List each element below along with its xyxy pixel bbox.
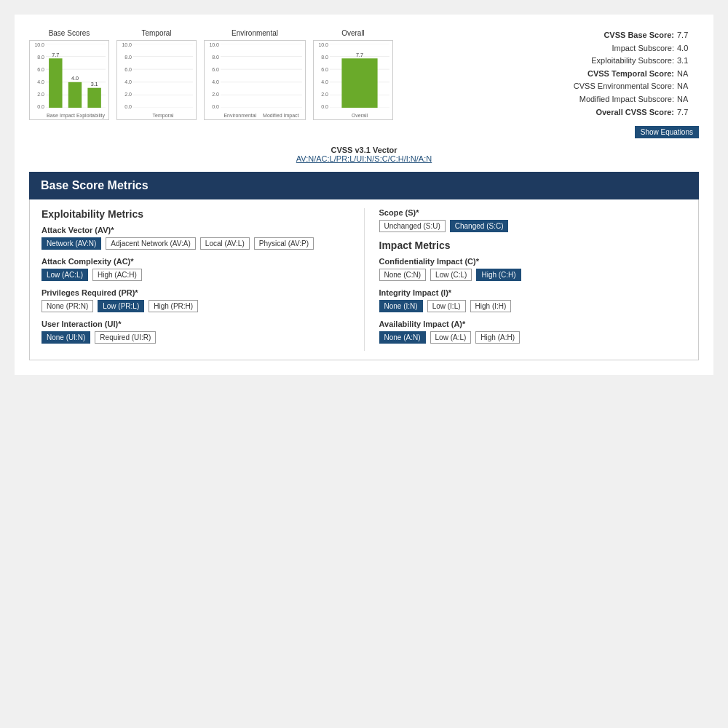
ci-high-btn[interactable]: High (C:H): [476, 269, 521, 281]
confidentiality-impact-label: Confidentiality Impact (C)*: [379, 257, 687, 266]
cvss-vector-string[interactable]: AV:N/AC:L/PR:L/UI:N/S:C/C:H/I:N/A:N: [29, 154, 699, 163]
availability-impact-options: None (A:N) Low (A:L) High (A:H): [379, 331, 687, 344]
pr-low-btn[interactable]: Low (PR:L): [98, 300, 144, 312]
page-wrapper: Base Scores 10.0 8.0 6.0 4.0 2.0 0.0: [15, 15, 713, 375]
av-adjacent-btn[interactable]: Adjacent Network (AV:A): [106, 237, 195, 250]
ii-high-btn[interactable]: High (I:H): [470, 300, 512, 312]
ai-low-btn[interactable]: Low (A:L): [430, 331, 472, 344]
environmental-svg: [221, 44, 302, 108]
overall-svg: 7.7: [330, 44, 389, 108]
ai-high-btn[interactable]: High (A:H): [475, 331, 520, 344]
user-interaction-options: None (UI:N) Required (UI:R): [41, 331, 349, 344]
user-interaction-group: User Interaction (UI)* None (UI:N) Requi…: [41, 320, 349, 344]
temporal-chart: Temporal 10.0 8.0 6.0 4.0 2.0 0.0: [116, 29, 197, 120]
exploitability-subscore-value: 3.1: [677, 55, 699, 68]
temporal-title: Temporal: [141, 29, 171, 37]
charts-group: Base Scores 10.0 8.0 6.0 4.0 2.0 0.0: [29, 29, 531, 120]
av-network-btn[interactable]: Network (AV:N): [41, 237, 101, 250]
cvss-vector-title: CVSS v3.1 Vector: [29, 146, 699, 154]
temporal-svg: [133, 44, 193, 108]
scores-panel: CVSS Base Score: 7.7 Impact Subscore: 4.…: [539, 29, 699, 138]
ci-none-btn[interactable]: None (C:N): [379, 269, 427, 281]
attack-vector-group: Attack Vector (AV)* Network (AV:N) Adjac…: [41, 226, 349, 250]
ii-low-btn[interactable]: Low (I:L): [427, 300, 466, 312]
overall-title: Overall: [341, 29, 365, 37]
cvss-environmental-score-value: NA: [677, 80, 699, 93]
integrity-impact-options: None (I:N) Low (I:L) High (I:H): [379, 300, 687, 312]
ui-required-btn[interactable]: Required (UI:R): [95, 331, 156, 344]
av-local-btn[interactable]: Local (AV:L): [200, 237, 250, 250]
cvss-base-score-label: CVSS Base Score:: [604, 29, 674, 42]
scope-changed-btn[interactable]: Changed (S:C): [450, 220, 509, 232]
pr-high-btn[interactable]: High (PR:H): [149, 300, 198, 312]
overall-area: 10.0 8.0 6.0 4.0 2.0 0.0: [313, 40, 393, 120]
base-scores-area: 10.0 8.0 6.0 4.0 2.0 0.0: [29, 40, 109, 120]
base-score-metrics: Base Score Metrics Exploitability Metric…: [29, 172, 699, 360]
environmental-chart: Environmental 10.0 8.0 6.0 4.0 2.0 0.0: [204, 29, 306, 120]
av-physical-btn[interactable]: Physical (AV:P): [254, 237, 314, 250]
privileges-required-options: None (PR:N) Low (PR:L) High (PR:H): [41, 300, 349, 312]
ac-high-btn[interactable]: High (AC:H): [92, 269, 142, 281]
attack-complexity-label: Attack Complexity (AC)*: [41, 257, 349, 266]
cvss-temporal-score-value: NA: [677, 68, 699, 81]
score-row-3: Exploitability Subscore: 3.1: [546, 55, 699, 68]
modified-impact-subscore-value: NA: [677, 93, 699, 106]
environmental-x-labels: Environmental Modified Impact: [221, 113, 302, 118]
overall-chart: Overall 10.0 8.0 6.0 4.0 2.0 0.0: [313, 29, 393, 120]
confidentiality-impact-options: None (C:N) Low (C:L) High (C:H): [379, 269, 687, 281]
attack-complexity-group: Attack Complexity (AC)* Low (AC:L) High …: [41, 257, 349, 281]
overall-cvss-score-label: Overall CVSS Score:: [596, 106, 674, 119]
show-equations-button[interactable]: Show Equations: [635, 126, 699, 138]
charts-section: Base Scores 10.0 8.0 6.0 4.0 2.0 0.0: [29, 29, 699, 138]
environmental-y-labels: 10.0 8.0 6.0 4.0 2.0 0.0: [205, 42, 219, 109]
scope-group: Scope (S)* Unchanged (S:U) Changed (S:C): [379, 208, 687, 232]
svg-rect-6: [49, 58, 62, 108]
availability-impact-label: Availability Impact (A)*: [379, 320, 687, 328]
svg-rect-10: [87, 88, 100, 108]
overall-y-labels: 10.0 8.0 6.0 4.0 2.0 0.0: [314, 42, 328, 109]
exploitability-subscore-label: Exploitability Subscore:: [591, 55, 674, 68]
availability-impact-group: Availability Impact (A)* None (A:N) Low …: [379, 320, 687, 344]
base-scores-chart: Base Scores 10.0 8.0 6.0 4.0 2.0 0.0: [29, 29, 109, 120]
attack-vector-label: Attack Vector (AV)*: [41, 226, 349, 234]
score-row-1: CVSS Base Score: 7.7: [546, 29, 699, 42]
impact-subscore-value: 4.0: [677, 42, 699, 55]
ui-none-btn[interactable]: None (UI:N): [41, 331, 90, 344]
overall-cvss-score-value: 7.7: [677, 106, 699, 119]
scope-label: Scope (S)*: [379, 208, 687, 217]
confidentiality-impact-group: Confidentiality Impact (C)* None (C:N) L…: [379, 257, 687, 281]
temporal-area: 10.0 8.0 6.0 4.0 2.0 0.0: [116, 40, 197, 120]
score-row-5: CVSS Environmental Score: NA: [546, 80, 699, 93]
privileges-required-label: Privileges Required (PR)*: [41, 288, 349, 297]
scope-unchanged-btn[interactable]: Unchanged (S:U): [379, 220, 446, 232]
impact-section: Scope (S)* Unchanged (S:U) Changed (S:C)…: [365, 208, 687, 351]
ii-none-btn[interactable]: None (I:N): [379, 300, 423, 312]
svg-text:3.1: 3.1: [91, 82, 98, 87]
base-scores-y-labels: 10.0 8.0 6.0 4.0 2.0 0.0: [30, 42, 44, 109]
score-row-2: Impact Subscore: 4.0: [546, 42, 699, 55]
cvss-vector-section: CVSS v3.1 Vector AV:N/AC:L/PR:L/UI:N/S:C…: [29, 146, 699, 163]
ci-low-btn[interactable]: Low (C:L): [430, 269, 472, 281]
environmental-area: 10.0 8.0 6.0 4.0 2.0 0.0: [204, 40, 306, 120]
ac-low-btn[interactable]: Low (AC:L): [41, 269, 88, 281]
privileges-required-group: Privileges Required (PR)* None (PR:N) Lo…: [41, 288, 349, 312]
score-row-7: Overall CVSS Score: 7.7: [546, 106, 699, 119]
score-row-4: CVSS Temporal Score: NA: [546, 68, 699, 81]
exploitability-section: Exploitability Metrics Attack Vector (AV…: [41, 208, 365, 351]
svg-text:7.7: 7.7: [356, 52, 363, 58]
integrity-impact-label: Integrity Impact (I)*: [379, 288, 687, 297]
temporal-y-labels: 10.0 8.0 6.0 4.0 2.0 0.0: [117, 42, 132, 109]
attack-complexity-options: Low (AC:L) High (AC:H): [41, 269, 349, 281]
pr-none-btn[interactable]: None (PR:N): [41, 300, 93, 312]
svg-text:4.0: 4.0: [71, 76, 79, 81]
svg-text:7.7: 7.7: [52, 52, 59, 58]
user-interaction-label: User Interaction (UI)*: [41, 320, 349, 328]
scope-options: Unchanged (S:U) Changed (S:C): [379, 220, 687, 232]
base-scores-title: Base Scores: [49, 29, 90, 37]
svg-rect-8: [68, 82, 82, 108]
ai-none-btn[interactable]: None (A:N): [379, 331, 426, 344]
impact-subscore-label: Impact Subscore:: [612, 42, 674, 55]
score-row-6: Modified Impact Subscore: NA: [546, 93, 699, 106]
cvss-environmental-score-label: CVSS Environmental Score:: [574, 80, 674, 93]
attack-vector-options: Network (AV:N) Adjacent Network (AV:A) L…: [41, 237, 349, 250]
